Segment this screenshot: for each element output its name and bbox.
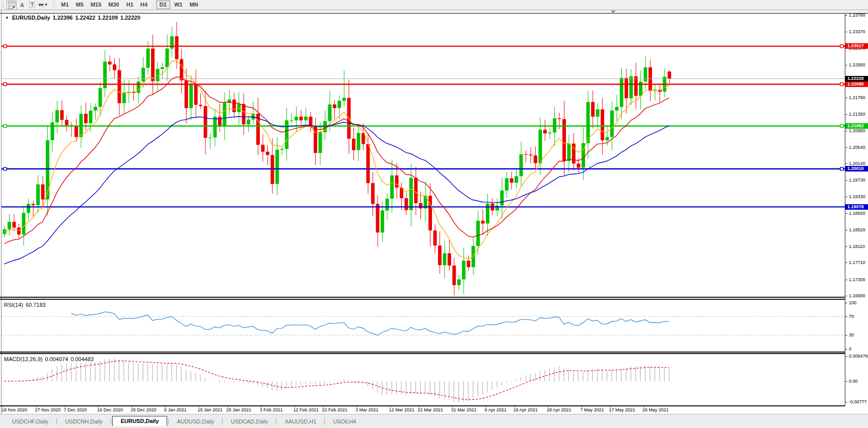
- tab-usdcad-daily[interactable]: USDCAD,Daily: [224, 417, 275, 426]
- level-price-label[interactable]: 1.21062: [845, 123, 868, 129]
- macd-indicator-canvas[interactable]: [2, 354, 845, 405]
- date-axis-label: 16 Dec 2020: [97, 407, 123, 412]
- level-price-label[interactable]: 1.23017: [845, 43, 868, 49]
- price-axis-tick: [845, 246, 847, 247]
- price-axis-label: 1.20950: [849, 128, 865, 133]
- timeframe-button-d1[interactable]: D1: [156, 1, 170, 9]
- macd-axis-label: 0.00: [849, 379, 858, 384]
- price-axis-tick: [845, 180, 847, 181]
- level-price-label[interactable]: 1.19078: [845, 204, 868, 210]
- timeframe-button-mn[interactable]: MN: [186, 1, 201, 9]
- text-label-icon: T: [29, 2, 35, 8]
- price-axis-tick: [845, 296, 847, 296]
- rsi-axis-tick: [845, 303, 847, 303]
- timeframe-button-m1[interactable]: M1: [58, 1, 71, 9]
- price-axis-tick: [845, 65, 847, 65]
- timeframe-button-m5[interactable]: M5: [73, 1, 87, 9]
- chart-tab-bar: USDCHF,DailyUSDCNH,DailyEURUSD,DailyAUDU…: [0, 414, 868, 426]
- timeframe-button-h1[interactable]: H1: [123, 1, 136, 9]
- macd-label: MACD(12,26,9): [4, 356, 42, 362]
- price-axis-tick: [845, 15, 847, 16]
- rsi-indicator-canvas[interactable]: [2, 300, 845, 351]
- date-axis-label: 17 May 2021: [609, 407, 635, 412]
- rsi-panel-title: RSI(14)60.7183: [4, 302, 48, 308]
- timeframe-button-m15[interactable]: M15: [88, 1, 104, 9]
- price-axis-tick: [845, 114, 847, 115]
- macd-panel-title: MACD(12,26,9)0.0040740.004483: [4, 356, 96, 362]
- panel-separator[interactable]: [0, 297, 845, 298]
- macd-axis-label: -0.00777: [849, 399, 867, 404]
- macd-signal-value: 0.004483: [70, 356, 94, 362]
- tab-xauusd-h1[interactable]: XAUUSD,H1: [277, 417, 323, 426]
- timeframe-button-w1[interactable]: W1: [171, 1, 186, 9]
- rsi-axis-label: 0: [849, 347, 851, 352]
- price-axis-tick: [845, 147, 847, 148]
- price-axis-label: 1.17300: [849, 277, 865, 282]
- tab-usdchf-daily[interactable]: USDCHF,Daily: [5, 417, 55, 426]
- date-axis-label: 31 Mar 2021: [451, 407, 477, 412]
- price-axis-tick: [845, 263, 847, 263]
- status-strip: [0, 426, 868, 428]
- tab-audusd-daily[interactable]: AUDUSD,Daily: [170, 417, 221, 426]
- timeframe-button-m30[interactable]: M30: [105, 1, 122, 9]
- fibonacci-icon: F: [8, 2, 16, 9]
- ohlc-close: 1.22220: [120, 15, 140, 21]
- ohlc-open: 1.22396: [53, 15, 73, 21]
- timeframe-button-h4[interactable]: H4: [137, 1, 151, 9]
- tab-divider: [222, 418, 223, 424]
- rsi-axis-tick: [845, 349, 847, 350]
- price-axis-tick: [845, 163, 847, 164]
- date-axis-label: 15 Jan 2021: [198, 407, 223, 412]
- price-axis-label: 1.17710: [849, 260, 865, 265]
- arrows-tool-button[interactable]: ✦▾ ▼: [38, 1, 48, 9]
- date-axis-label: 27 Nov 2020: [35, 407, 61, 412]
- macd-axis-tick: [845, 356, 847, 357]
- tab-divider: [168, 418, 169, 424]
- panel-separator: [0, 353, 845, 354]
- macd-main-value: 0.004074: [45, 356, 68, 362]
- level-price-label[interactable]: 1.22085: [845, 81, 868, 87]
- chart-symbol-label: EURUSD,Daily: [12, 15, 50, 21]
- price-axis-label: 1.18110: [849, 244, 865, 249]
- tab-divider: [324, 418, 325, 424]
- panel-separator: [0, 299, 845, 300]
- date-axis-label: 22 Feb 2021: [322, 407, 348, 412]
- text-label-tool-button[interactable]: T: [28, 1, 37, 9]
- price-axis-label: 1.20540: [849, 145, 865, 150]
- price-axis-label: 1.16900: [849, 293, 865, 298]
- current-price-label: 1.22220: [845, 76, 868, 81]
- date-axis-label: 28 Apr 2021: [547, 407, 571, 412]
- tab-eurusd-daily[interactable]: EURUSD,Daily: [112, 416, 168, 426]
- mt4-terminal: { "toolbar": { "tools": [ {"name": "fibo…: [0, 0, 868, 428]
- chevron-down-icon: ▼: [44, 3, 48, 7]
- timeframe-group: M1M5M15M30H1H4D1W1MN: [57, 1, 201, 9]
- rsi-value: 60.7183: [26, 302, 46, 308]
- macd-axis-label: 0.009478: [849, 354, 868, 359]
- triangle-down-icon[interactable]: ▼: [5, 16, 9, 20]
- toolbar-grip[interactable]: [1, 2, 4, 9]
- price-axis-label: 1.19330: [849, 194, 865, 199]
- toolbar-grip[interactable]: [52, 2, 55, 9]
- date-axis-label: 26 May 2021: [642, 407, 669, 412]
- date-axis-label: 3 Feb 2021: [260, 407, 283, 412]
- level-price-label[interactable]: 1.20010: [845, 166, 868, 172]
- panel-separator[interactable]: [0, 352, 845, 353]
- price-axis-label: 1.21760: [849, 95, 865, 100]
- text-tool-button[interactable]: A: [18, 1, 27, 9]
- ohlc-low: 1.22109: [98, 15, 118, 21]
- date-axis-label: 25 Dec 2020: [131, 407, 157, 412]
- fibonacci-tool-button[interactable]: F: [7, 1, 17, 10]
- price-chart-canvas[interactable]: [2, 14, 845, 297]
- price-axis-tick: [845, 32, 847, 32]
- date-axis-label: 7 May 2021: [581, 407, 604, 412]
- tab-usdcnh-daily[interactable]: USDCNH,Daily: [58, 417, 110, 426]
- date-axis-label: 3 Mar 2021: [355, 407, 379, 412]
- price-axis-label: 1.23370: [849, 29, 865, 34]
- date-axis-label: 12 Feb 2021: [294, 407, 319, 412]
- price-axis-label: 1.20140: [849, 161, 865, 166]
- date-axis-label: 12 Mar 2021: [389, 407, 415, 412]
- price-axis-label: 1.19730: [849, 178, 865, 183]
- tab-usoil-h4[interactable]: USOil,H4: [326, 417, 363, 426]
- date-axis-label: 19 Apr 2021: [514, 407, 538, 412]
- tab-divider: [56, 418, 57, 424]
